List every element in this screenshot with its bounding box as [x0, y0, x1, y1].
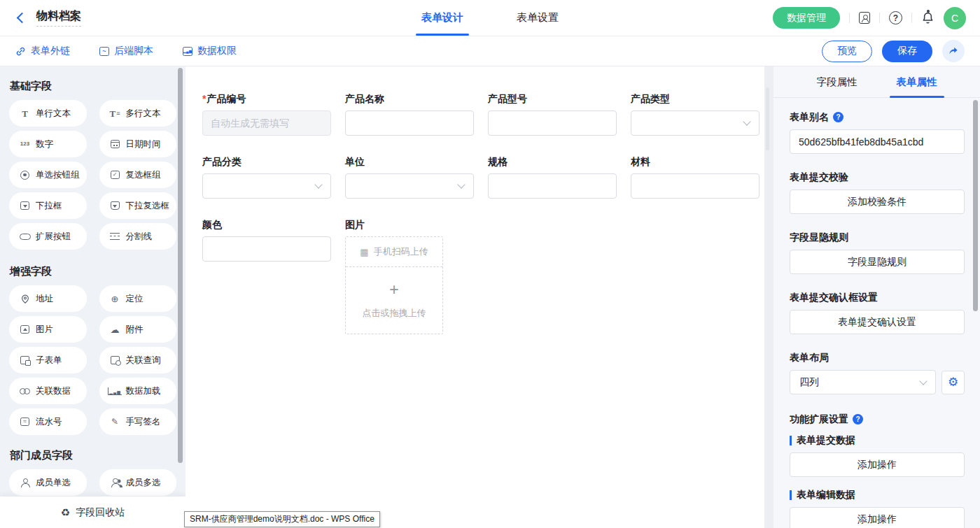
address-icon	[19, 294, 31, 304]
material-input[interactable]	[631, 173, 760, 199]
field-item-attachment[interactable]: ☁ 附件	[99, 316, 177, 343]
canvas-scrollbar[interactable]	[766, 87, 769, 150]
tab-form-properties[interactable]: 表单属性	[897, 66, 937, 97]
color-input[interactable]	[202, 236, 331, 262]
section-title-enhanced-fields: 增强字段	[10, 265, 176, 278]
backend-script-button[interactable]: ~ 后端脚本	[99, 45, 153, 57]
panel-tabs: 字段属性 表单属性	[774, 66, 980, 98]
add-validation-button[interactable]: 添加校验条件	[790, 190, 965, 214]
product-code-input[interactable]	[202, 110, 331, 136]
submit-confirm-button[interactable]: 表单提交确认设置	[790, 310, 965, 334]
checkbox-group-icon: ✓	[109, 171, 121, 179]
field-item-signature[interactable]: ✎ 手写签名	[99, 408, 177, 435]
data-manage-button[interactable]: 数据管理	[773, 7, 840, 29]
form-field-unit[interactable]: 单位	[345, 156, 474, 199]
field-item-location[interactable]: ⊕ 定位	[99, 285, 177, 312]
form-external-link-button[interactable]: 表单外链	[15, 45, 70, 57]
subform-icon	[19, 356, 31, 364]
preview-button[interactable]: 预览	[822, 41, 872, 62]
field-item-relation-query[interactable]: 关联查询	[99, 347, 177, 373]
field-label: 产品类型	[631, 93, 760, 105]
panel-scrollbar[interactable]	[973, 100, 978, 311]
sidebar-scrollbar[interactable]	[178, 68, 183, 463]
field-item-single-line-text[interactable]: T 单行文本	[9, 100, 87, 127]
field-item-multi-dropdown[interactable]: 下拉复选框	[99, 192, 177, 219]
field-library-sidebar: 基础字段 T 单行文本 T 多行文本 123 数字 日期时间 单选按钮组	[0, 66, 186, 528]
add-submit-action-button[interactable]: 添加操作	[790, 452, 965, 477]
form-field-product-model[interactable]: 产品型号	[488, 93, 617, 136]
form-alias-input[interactable]	[790, 129, 965, 154]
layout-settings-button[interactable]: ⚙	[941, 371, 965, 394]
form-field-color[interactable]: 颜色	[202, 219, 331, 262]
field-item-member-single[interactable]: 成员单选	[9, 469, 87, 496]
product-type-select[interactable]	[631, 110, 760, 136]
field-item-expand-button[interactable]: 扩展按钮	[9, 223, 87, 250]
field-item-subform[interactable]: 子表单	[9, 347, 87, 373]
form-alias-label: 表单别名	[790, 111, 829, 123]
chevron-down-icon	[457, 180, 465, 188]
form-field-product-type[interactable]: 产品类型	[631, 93, 760, 136]
help-badge-icon[interactable]: ?	[853, 414, 863, 424]
field-item-member-multi[interactable]: 成员多选	[99, 469, 177, 496]
field-item-radio-group[interactable]: 单选按钮组	[9, 162, 87, 188]
signature-icon: ✎	[109, 418, 121, 426]
data-permission-button[interactable]: ▂▄▆ 数据权限	[183, 45, 237, 57]
field-label: 产品名称	[345, 93, 474, 105]
product-model-input[interactable]	[488, 110, 617, 136]
chevron-down-icon	[920, 377, 927, 385]
field-item-image[interactable]: 图片	[9, 316, 87, 343]
form-field-product-category[interactable]: 产品分类	[202, 156, 331, 199]
field-label: 规格	[488, 156, 617, 168]
field-item-checkbox-group[interactable]: ✓ 复选框组	[99, 162, 177, 188]
field-recycle-bin[interactable]: ♻ 字段回收站	[0, 497, 186, 528]
form-field-product-code[interactable]: * 产品编号	[202, 93, 331, 136]
help-badge-icon[interactable]: ?	[833, 112, 844, 122]
field-item-relation-data[interactable]: 关联数据	[9, 378, 87, 404]
avatar[interactable]: C	[944, 7, 966, 29]
app-root: 物料档案 表单设计 表单设置 数据管理 ? C	[0, 0, 980, 528]
field-item-multi-line-text[interactable]: T 多行文本	[99, 100, 177, 127]
bell-icon[interactable]	[921, 11, 934, 24]
qr-code-icon: ▦	[360, 248, 368, 257]
required-mark: *	[202, 93, 206, 105]
field-item-data-load[interactable]: ▂▄▆ 数据加载	[99, 378, 177, 404]
chevron-down-icon	[314, 180, 322, 188]
divider	[849, 13, 850, 23]
save-button[interactable]: 保存	[882, 41, 932, 62]
form-field-image[interactable]: 图片 ▦ 手机扫码上传 + 点击或拖拽上传	[345, 219, 474, 334]
plus-icon: +	[389, 282, 398, 298]
product-name-input[interactable]	[345, 110, 474, 136]
member-single-icon	[19, 478, 31, 487]
product-category-select[interactable]	[202, 173, 331, 199]
tab-field-properties[interactable]: 字段属性	[817, 66, 858, 97]
tab-form-settings[interactable]: 表单设置	[517, 0, 559, 36]
multi-line-text-icon: T	[109, 109, 121, 118]
field-item-dropdown[interactable]: 下拉框	[9, 192, 87, 219]
field-item-number[interactable]: 123 数字	[9, 131, 87, 157]
submit-data-label: 表单提交数据	[797, 434, 855, 446]
field-label: 材料	[631, 156, 760, 168]
section-title-member-fields: 部门成员字段	[10, 449, 176, 462]
unit-select[interactable]	[345, 173, 474, 199]
form-field-product-name[interactable]: 产品名称	[345, 93, 474, 136]
field-item-serial-number[interactable]: ≈ 流水号	[9, 408, 87, 435]
form-toolbar: 表单外链 ~ 后端脚本 ▂▄▆ 数据权限 预览 保存	[0, 36, 980, 66]
form-layout-label: 表单布局	[790, 352, 965, 364]
add-edit-action-button[interactable]: 添加操作	[790, 507, 965, 528]
field-item-divider[interactable]: 分割线	[99, 223, 177, 250]
contacts-icon[interactable]	[859, 12, 870, 24]
tab-form-design[interactable]: 表单设计	[421, 0, 463, 36]
scan-upload-button[interactable]: ▦ 手机扫码上传	[346, 237, 442, 267]
form-field-spec[interactable]: 规格	[488, 156, 617, 199]
spec-input[interactable]	[488, 173, 617, 199]
field-label: 单位	[345, 156, 474, 168]
form-layout-select[interactable]: 四列	[790, 370, 936, 394]
submit-confirm-label: 表单提交确认框设置	[790, 292, 965, 304]
share-button[interactable]	[942, 40, 965, 62]
click-drag-upload-button[interactable]: + 点击或拖拽上传	[346, 267, 442, 334]
form-field-material[interactable]: 材料	[631, 156, 760, 199]
help-icon[interactable]: ?	[889, 11, 902, 24]
field-item-address[interactable]: 地址	[9, 285, 87, 312]
field-item-datetime[interactable]: 日期时间	[99, 131, 177, 157]
field-visibility-button[interactable]: 字段显隐规则	[790, 250, 965, 274]
